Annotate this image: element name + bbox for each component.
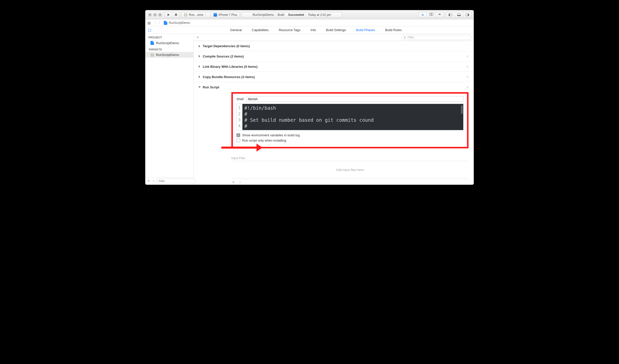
project-doc-icon (150, 41, 154, 45)
sidebar-filter-input[interactable] (157, 178, 195, 184)
checkbox-show-env[interactable]: ✓ (236, 133, 240, 137)
input-files-placeholder: Add input files here (336, 168, 364, 172)
phase-filter-box[interactable]: ⊜ Filter (401, 35, 472, 40)
chevron-right-icon: 〉 (205, 13, 208, 17)
zoom-dot[interactable] (159, 13, 162, 16)
tab-resource-tags[interactable]: Resource Tags (279, 28, 300, 32)
device-button[interactable]: iPhone 7 Plus (211, 12, 240, 18)
scheme-button[interactable]: Run…emo 〉 (181, 12, 211, 18)
outline-toggle-icon[interactable]: ◻ (148, 28, 151, 32)
sidebar-project-item[interactable]: RunScriptDemo (145, 40, 193, 46)
remove-phase-button[interactable]: × (467, 75, 469, 79)
add-phase-button[interactable]: ＋ (196, 35, 200, 40)
nav-back-icon[interactable]: 〈 (153, 21, 156, 25)
shell-input[interactable] (246, 96, 463, 102)
panel-right-icon (466, 14, 469, 16)
sidebar-project-name: RunScriptDemo (156, 41, 179, 45)
play-icon (168, 14, 170, 16)
disclosure-icon (199, 76, 200, 78)
remove-phase-button[interactable]: × (467, 65, 469, 69)
remove-phase-button[interactable]: × (467, 85, 469, 89)
content-topbar: ＋ ⊜ Filter (194, 34, 474, 41)
editor-scrollbar[interactable] (461, 105, 463, 114)
tab-general[interactable]: General (230, 28, 242, 32)
disclosure-icon (199, 55, 200, 57)
sidebar-target-item[interactable]: RunScriptDemo (145, 52, 193, 58)
minimize-dot[interactable] (153, 13, 157, 16)
sidebar-remove-button[interactable]: － (152, 179, 156, 183)
activity-time: Today at 2:02 pm (308, 13, 331, 17)
tab-build-phases[interactable]: Build Phases (356, 28, 375, 32)
device-name: iPhone 7 Plus (219, 13, 237, 17)
tab-build-settings[interactable]: Build Settings (326, 28, 346, 32)
input-files-footer: ＋ － (231, 179, 469, 185)
checkbox-only-install-label: Run script only when installing (242, 139, 286, 142)
remove-phase-button[interactable]: × (467, 54, 469, 58)
editor-gutter: 1234 (237, 104, 242, 130)
phase-compile-sources: Compile Sources (2 items) × (194, 51, 474, 61)
targets-sidebar: PROJECT RunScriptDemo TARGETS RunScriptD… (145, 34, 194, 185)
shell-label: Shell (236, 97, 244, 101)
phase-target-dependencies: Target Dependencies (0 items) (194, 41, 474, 51)
nav-forward-icon[interactable]: 〉 (158, 21, 162, 25)
xcode-window: Run…emo 〉 iPhone 7 Plus RunScriptDemo | … (145, 10, 474, 185)
shell-row: Shell (236, 96, 463, 102)
editor-version-button[interactable] (435, 12, 444, 18)
window-traffic-lights (147, 13, 162, 16)
checkbox-show-env-label: Show environment variables in build log (242, 133, 300, 137)
tab-info[interactable]: Info (311, 28, 316, 32)
toggle-right-panel[interactable] (463, 12, 472, 18)
sidebar-add-button[interactable]: ＋ (147, 179, 150, 183)
target-app-icon (150, 53, 154, 57)
annotation-highlight-box: Shell 1234 #!/bin/bash # # Set build num… (231, 92, 469, 148)
app-icon (184, 13, 187, 17)
input-files-header: Input Files (231, 155, 469, 161)
disclosure-icon (199, 65, 200, 68)
phase-title: Compile Sources (2 items) (203, 54, 244, 58)
phase-header[interactable]: Target Dependencies (0 items) (194, 41, 474, 51)
toggle-left-panel[interactable] (446, 12, 454, 18)
sidebar-project-label: PROJECT (145, 34, 193, 40)
input-files-add[interactable]: ＋ (231, 180, 235, 184)
phase-link-binary: Link Binary With Libraries (0 items) × (194, 61, 474, 72)
toggle-bottom-panel[interactable] (454, 12, 463, 18)
stop-button[interactable] (172, 12, 180, 18)
toolbar: Run…emo 〉 iPhone 7 Plus RunScriptDemo | … (145, 10, 474, 19)
run-script-body: Shell 1234 #!/bin/bash # # Set build num… (194, 92, 474, 152)
toolbar-right-group: ≡ (418, 12, 472, 18)
sidebar-target-name: RunScriptDemo (156, 53, 179, 57)
close-dot[interactable] (148, 13, 151, 16)
phase-title: Target Dependencies (0 items) (203, 44, 250, 48)
tab-build-rules[interactable]: Build Rules (385, 28, 402, 32)
phase-header[interactable]: Link Binary With Libraries (0 items) × (194, 62, 474, 72)
tab-capabilities[interactable]: Capabilities (252, 28, 269, 32)
svg-point-1 (429, 13, 432, 16)
breadcrumb[interactable]: RunScriptDemo (164, 21, 190, 25)
editor-standard-button[interactable]: ≡ (418, 12, 427, 18)
disclosure-icon (198, 86, 201, 88)
related-items-icon[interactable]: ▦ (147, 21, 151, 25)
checkbox-only-install[interactable] (236, 139, 240, 142)
activity-status: Succeeded (288, 13, 304, 17)
input-files-body: Add input files here (231, 161, 469, 179)
editor-assistant-button[interactable] (427, 12, 435, 18)
input-files-remove[interactable]: － (238, 180, 242, 184)
phase-header[interactable]: Copy Bundle Resources (3 items) × (194, 72, 474, 82)
activity-sep: | (275, 13, 276, 17)
script-editor[interactable]: 1234 #!/bin/bash # # Set build number ba… (236, 104, 463, 130)
phase-title: Run Script (203, 85, 219, 89)
project-editor-tabs: ◻ General Capabilities Resource Tags Inf… (145, 26, 474, 34)
run-button[interactable] (165, 12, 172, 18)
phase-filter-placeholder: Filter (407, 36, 414, 39)
phase-run-script: Run Script × Shell 1234 #!/bin/bash # # … (194, 82, 474, 185)
lines-icon: ≡ (422, 13, 424, 17)
phase-header[interactable]: Compile Sources (2 items) × (194, 51, 474, 61)
run-stop-group (165, 12, 180, 18)
stop-icon (175, 14, 177, 16)
scheme-name: Run…emo (189, 13, 203, 17)
phase-title: Copy Bundle Resources (3 items) (203, 75, 255, 79)
device-icon (214, 13, 217, 17)
phase-header[interactable]: Run Script × (194, 82, 474, 92)
sidebar-footer: ＋ － (145, 177, 193, 185)
checkbox-only-install-row: Run script only when installing (236, 139, 463, 142)
